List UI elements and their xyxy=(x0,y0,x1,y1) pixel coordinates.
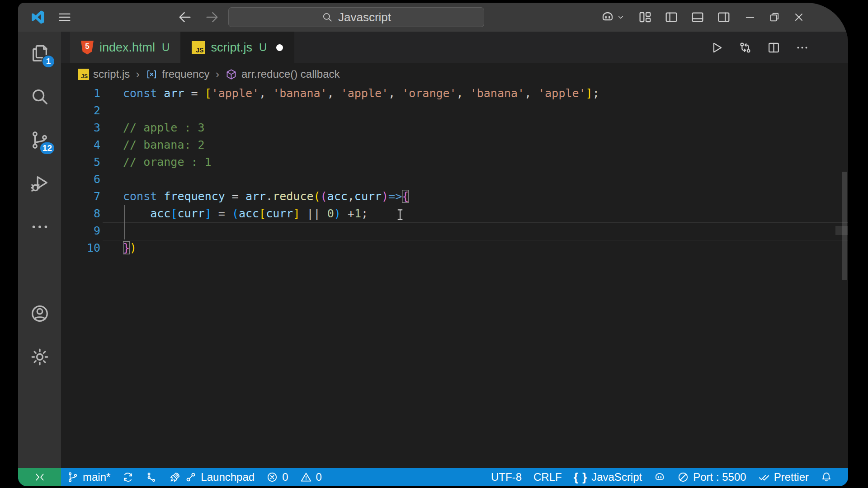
activity-settings[interactable] xyxy=(18,335,61,379)
html-icon: 5 xyxy=(81,41,94,55)
code-line-4[interactable]: 4// banana: 2 xyxy=(61,136,848,154)
open-changes-icon xyxy=(738,41,752,55)
mouse-ibeam-cursor xyxy=(393,208,407,221)
status-label: CRLF xyxy=(533,471,562,483)
title-right xyxy=(600,3,805,32)
activity-more-views[interactable] xyxy=(18,205,61,249)
status-language-mode[interactable]: { }JavaScript xyxy=(568,468,648,486)
line-number: 7 xyxy=(61,188,100,205)
line-text: // banana: 2 xyxy=(100,136,205,154)
toggle-secondary-sidebar-icon xyxy=(717,10,731,24)
account-icon xyxy=(29,303,50,324)
breadcrumb-label: frequency xyxy=(162,68,209,80)
code-line-10[interactable]: 10}) xyxy=(61,239,848,257)
customize-layout-button[interactable] xyxy=(638,10,652,24)
code-line-2[interactable]: 2 xyxy=(61,102,848,119)
tab-bar: 5index.htmlUJSscript.jsU xyxy=(61,32,848,63)
tab-script.js[interactable]: JSscript.jsU xyxy=(181,32,294,63)
status-left: main*Launchpad00 xyxy=(18,468,328,486)
status-warnings[interactable]: 0 xyxy=(294,468,328,486)
toggle-primary-sidebar-button[interactable] xyxy=(664,10,679,24)
close-button[interactable] xyxy=(793,11,805,23)
code-line-5[interactable]: 5// orange : 1 xyxy=(61,154,848,171)
status-sync-changes[interactable] xyxy=(116,468,140,486)
code-line-6[interactable]: 6 xyxy=(61,171,848,188)
tab-label: script.js xyxy=(211,41,252,55)
status-launchpad[interactable]: Launchpad xyxy=(163,468,260,486)
variable-icon xyxy=(146,68,158,80)
line-text: const arr = ['apple', 'banana', 'apple',… xyxy=(100,85,599,102)
activity-run-and-debug[interactable] xyxy=(18,162,61,205)
status-remote-window[interactable] xyxy=(18,468,61,486)
activity-search[interactable] xyxy=(18,75,61,118)
toggle-panel-icon xyxy=(690,10,705,24)
copilot-menu-button[interactable] xyxy=(600,10,625,24)
warning-icon xyxy=(300,471,312,483)
status-source-control-graph[interactable] xyxy=(140,468,163,486)
gear-icon xyxy=(29,347,50,367)
forward-button[interactable] xyxy=(204,9,220,25)
minimize-button[interactable] xyxy=(744,11,756,23)
maximize-icon xyxy=(768,11,781,23)
breadcrumb[interactable]: JSscript.js›frequency›arr.reduce() callb… xyxy=(61,63,848,85)
status-label: UTF-8 xyxy=(491,471,522,483)
split-editor-icon xyxy=(767,41,781,55)
run-icon xyxy=(710,41,724,55)
open-changes-button[interactable] xyxy=(738,41,752,55)
minimize-icon xyxy=(744,11,756,23)
braces-icon: { } xyxy=(574,471,587,483)
line-number: 10 xyxy=(61,239,100,257)
layout-icon xyxy=(638,10,652,24)
code-line-8[interactable]: 8 acc[curr] = (acc[curr] || 0) +1; xyxy=(61,205,848,222)
window-controls xyxy=(744,11,805,23)
line-text xyxy=(100,102,123,119)
breadcrumb-item[interactable]: JSscript.js xyxy=(78,68,130,80)
status-errors[interactable]: 0 xyxy=(260,468,294,486)
editor[interactable]: 1const arr = ['apple', 'banana', 'apple'… xyxy=(61,85,848,468)
toggle-sidebar-icon xyxy=(664,10,679,24)
status-end-of-line[interactable]: CRLF xyxy=(528,468,568,486)
toggle-secondary-sidebar-button[interactable] xyxy=(717,10,731,24)
activity-explorer[interactable]: 1 xyxy=(18,32,61,75)
vscode-logo-icon xyxy=(29,9,46,26)
breadcrumb-item[interactable]: frequency xyxy=(146,68,209,80)
status-label: main* xyxy=(83,471,110,483)
maximize-button[interactable] xyxy=(768,11,781,23)
back-button[interactable] xyxy=(177,9,193,25)
code-line-7[interactable]: 7const frequency = arr.reduce((acc,curr)… xyxy=(61,188,848,205)
code-line-9[interactable]: 9 xyxy=(61,222,848,239)
line-text xyxy=(100,222,123,239)
command-center-search[interactable]: Javascript xyxy=(228,7,484,27)
tabs: 5index.htmlUJSscript.jsU xyxy=(70,32,294,63)
activity-spacer xyxy=(18,249,61,292)
rocket-icon xyxy=(169,471,181,483)
line-text xyxy=(100,171,123,188)
line-number: 4 xyxy=(61,136,100,154)
blocked-icon xyxy=(677,471,689,483)
status-git-branch[interactable]: main* xyxy=(61,468,116,486)
editor-group: 5index.htmlUJSscript.jsU JSscript.js›fre… xyxy=(61,32,848,468)
toggle-panel-button[interactable] xyxy=(690,10,705,24)
modified-dot[interactable] xyxy=(276,44,283,51)
activity-source-control[interactable]: 12 xyxy=(18,118,61,162)
more-actions-button[interactable] xyxy=(795,41,809,55)
breadcrumb-separator: › xyxy=(136,67,140,81)
code-line-1[interactable]: 1const arr = ['apple', 'banana', 'apple'… xyxy=(61,85,848,102)
status-notifications[interactable] xyxy=(815,468,838,486)
arrow-right-icon xyxy=(204,9,220,25)
split-editor-button[interactable] xyxy=(767,41,781,55)
activity-accounts[interactable] xyxy=(18,292,61,335)
status-encoding[interactable]: UTF-8 xyxy=(485,468,528,486)
menu-button[interactable] xyxy=(57,9,72,25)
tab-index.html[interactable]: 5index.htmlU xyxy=(70,32,181,63)
run-button[interactable] xyxy=(710,41,724,55)
breadcrumb-item[interactable]: arr.reduce() callback xyxy=(225,68,340,80)
breadcrumb-label: arr.reduce() callback xyxy=(241,68,340,80)
line-number: 9 xyxy=(61,222,100,239)
line-text: }) xyxy=(100,239,137,257)
status-live-server-port[interactable]: Port : 5500 xyxy=(671,468,752,486)
status-copilot-status[interactable] xyxy=(648,468,671,486)
status-prettier[interactable]: Prettier xyxy=(752,468,815,486)
status-label: 0 xyxy=(282,471,288,483)
code-line-3[interactable]: 3// apple : 3 xyxy=(61,119,848,136)
